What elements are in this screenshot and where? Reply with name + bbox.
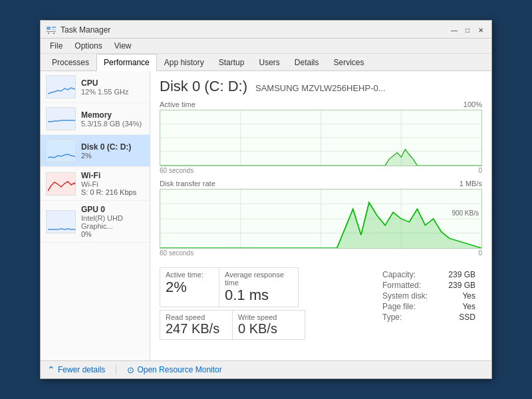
active-time-60s: 60 seconds: [160, 167, 194, 174]
transfer-0: 0: [478, 249, 482, 257]
stats-left: Active time: 2% Average response time 0.…: [160, 267, 376, 340]
left-item-gpu[interactable]: GPU 0 Intel(R) UHD Graphic... 0%: [41, 201, 150, 243]
wifi-mini-chart: [46, 172, 76, 196]
transfer-section: Disk transfer rate 1 MB/s 900 KB/s: [160, 180, 482, 257]
page-file-value: Yes: [462, 302, 475, 311]
tab-bar: Processes Performance App history Startu…: [41, 54, 491, 71]
system-disk-label: System disk:: [382, 291, 428, 301]
transfer-time-label: 60 seconds 0: [160, 249, 482, 257]
svg-rect-3: [47, 31, 56, 32]
active-time-max: 100%: [464, 100, 482, 108]
disk-info: Disk 0 (C: D:) 2%: [81, 142, 144, 160]
left-item-memory[interactable]: Memory 5.3/15.8 GB (34%): [41, 103, 150, 135]
page-file-label: Page file:: [382, 302, 416, 311]
active-time-time-label: 60 seconds 0: [160, 167, 482, 174]
gpu-info: GPU 0 Intel(R) UHD Graphic... 0%: [81, 205, 144, 238]
read-speed-value: 247 KB/s: [166, 321, 227, 336]
menu-bar: File Options View: [41, 39, 491, 54]
fewer-details-label: Fewer details: [58, 365, 105, 374]
window-title: Task Manager: [61, 25, 110, 35]
transfer-max: 1 MB/s: [460, 180, 482, 188]
read-speed-stat: Read speed 247 KB/s: [160, 310, 233, 340]
right-panel: Disk 0 (C: D:) SAMSUNG MZVLW256HEHP-0...…: [150, 71, 491, 360]
tab-details[interactable]: Details: [287, 54, 327, 71]
write-speed-label: Write speed: [238, 313, 299, 321]
menu-options[interactable]: Options: [69, 40, 107, 52]
read-speed-label: Read speed: [166, 313, 227, 321]
cpu-name: CPU: [81, 78, 144, 88]
fewer-details-button[interactable]: ⌃ Fewer details: [47, 364, 105, 375]
write-speed-value: 0 KB/s: [238, 321, 299, 336]
left-item-disk[interactable]: Disk 0 (C: D:) 2%: [41, 135, 150, 167]
chevron-up-icon: ⌃: [47, 364, 55, 375]
active-time-label-row: Active time 100%: [160, 100, 482, 108]
transfer-60s: 60 seconds: [160, 249, 194, 257]
tab-startup[interactable]: Startup: [211, 54, 252, 71]
bottom-bar: ⌃ Fewer details ⊙ Open Resource Monitor: [41, 360, 491, 378]
formatted-value: 239 GB: [448, 281, 475, 290]
transfer-label: Disk transfer rate: [160, 180, 215, 188]
wifi-info: Wi-Fi Wi-Fi S: 0 R: 216 Kbps: [81, 171, 144, 196]
svg-rect-4: [48, 33, 49, 34]
wifi-name: Wi-Fi: [81, 171, 144, 180]
left-item-wifi[interactable]: Wi-Fi Wi-Fi S: 0 R: 216 Kbps: [41, 167, 150, 201]
transfer-secondary-label: 900 KB/s: [452, 209, 479, 217]
cpu-mini-chart: [46, 75, 76, 98]
minimize-button[interactable]: —: [449, 25, 460, 35]
system-disk-value: Yes: [462, 291, 475, 301]
right-header: Disk 0 (C: D:) SAMSUNG MZVLW256HEHP-0...: [160, 78, 482, 95]
gpu-pct: 0%: [81, 230, 144, 238]
formatted-row: Formatted: 239 GB: [382, 281, 475, 290]
type-value: SSD: [459, 313, 475, 322]
memory-info: Memory 5.3/15.8 GB (34%): [81, 110, 144, 128]
cpu-info: CPU 12% 1.55 GHz: [81, 78, 144, 96]
system-disk-row: System disk: Yes: [382, 291, 475, 301]
transfer-label-row: Disk transfer rate 1 MB/s: [160, 180, 482, 188]
capacity-value: 239 GB: [448, 270, 475, 279]
response-time-label: Average response time: [225, 271, 293, 287]
task-manager-window: Task Manager — □ ✕ File Options View Pro…: [40, 20, 492, 379]
memory-name: Memory: [81, 110, 144, 120]
close-button[interactable]: ✕: [475, 25, 486, 35]
tab-processes[interactable]: Processes: [45, 54, 96, 71]
tab-users[interactable]: Users: [251, 54, 287, 71]
content-area: CPU 12% 1.55 GHz Memory 5.3/15.8 GB (34%…: [41, 71, 491, 360]
active-time-chart: [160, 110, 482, 166]
wifi-speed: S: 0 R: 216 Kbps: [81, 188, 144, 196]
svg-rect-0: [47, 27, 51, 30]
active-time-stat-label: Active time:: [166, 271, 213, 279]
menu-view[interactable]: View: [109, 40, 137, 52]
resource-monitor-label: Open Resource Monitor: [137, 365, 221, 374]
capacity-label: Capacity:: [382, 270, 416, 279]
formatted-label: Formatted:: [382, 281, 421, 290]
title-bar: Task Manager — □ ✕: [41, 21, 491, 39]
gpu-mini-chart: [46, 210, 76, 233]
left-panel: CPU 12% 1.55 GHz Memory 5.3/15.8 GB (34%…: [41, 71, 150, 360]
stats-container: Active time: 2% Average response time 0.…: [160, 267, 482, 340]
stats-top-row: Active time: 2% Average response time 0.…: [160, 267, 376, 307]
tab-performance[interactable]: Performance: [96, 54, 157, 71]
stats-right: Capacity: 239 GB Formatted: 239 GB Syste…: [376, 267, 482, 340]
menu-file[interactable]: File: [45, 40, 68, 52]
disk-main-title: Disk 0 (C: D:): [160, 78, 247, 95]
active-time-label: Active time: [160, 100, 196, 108]
response-time-stat: Average response time 0.1 ms: [219, 267, 299, 307]
wifi-sub: Wi-Fi: [81, 180, 144, 188]
resource-monitor-icon: ⊙: [127, 365, 134, 375]
svg-rect-5: [53, 33, 55, 34]
svg-rect-2: [52, 29, 56, 30]
write-speed-stat: Write speed 0 KB/s: [232, 310, 305, 340]
memory-sub: 5.3/15.8 GB (34%): [81, 120, 144, 128]
gpu-sub: Intel(R) UHD Graphic...: [81, 214, 144, 230]
tab-services[interactable]: Services: [327, 54, 372, 71]
resource-monitor-button[interactable]: ⊙ Open Resource Monitor: [127, 365, 221, 375]
maximize-button[interactable]: □: [462, 25, 473, 35]
disk-model: SAMSUNG MZVLW256HEHP-0...: [255, 83, 386, 93]
disk-pct: 2%: [81, 152, 144, 160]
cpu-sub: 12% 1.55 GHz: [81, 88, 144, 96]
left-item-cpu[interactable]: CPU 12% 1.55 GHz: [41, 71, 150, 103]
tab-app-history[interactable]: App history: [157, 54, 211, 71]
memory-mini-chart: [46, 107, 76, 130]
type-row: Type: SSD: [382, 313, 475, 322]
response-time-value: 0.1 ms: [225, 287, 293, 304]
